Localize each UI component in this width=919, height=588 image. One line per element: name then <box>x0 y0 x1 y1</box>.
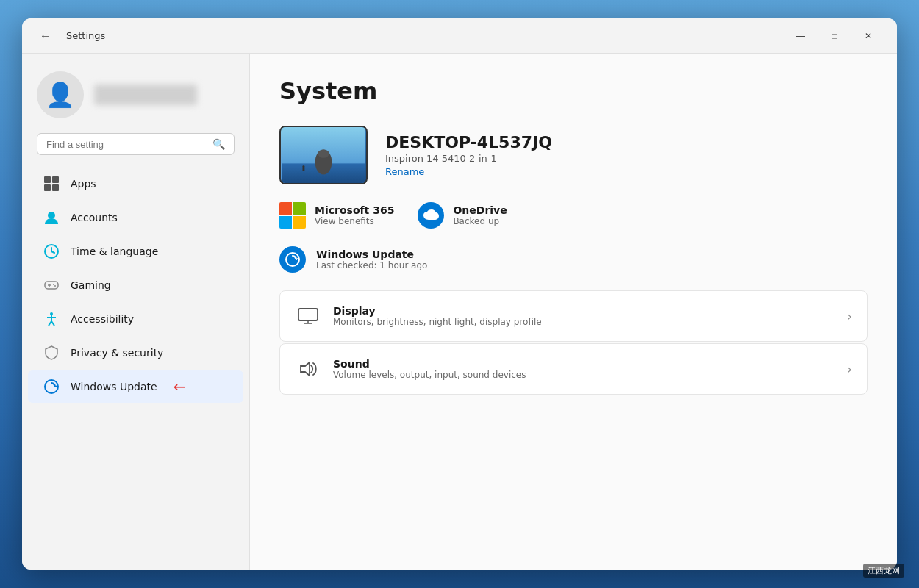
svg-point-11 <box>53 284 54 285</box>
svg-rect-23 <box>303 165 305 171</box>
sidebar-item-gaming-label: Gaming <box>71 279 111 291</box>
svg-line-17 <box>51 321 54 326</box>
sound-title: Sound <box>333 358 526 370</box>
apps-icon <box>43 175 60 193</box>
user-name <box>94 85 197 105</box>
windows-update-icon <box>43 378 60 395</box>
gaming-icon <box>43 276 60 294</box>
sidebar-item-windows-update[interactable]: Windows Update ← <box>28 370 243 403</box>
sidebar-item-apps-label: Apps <box>71 178 96 190</box>
display-chevron: › <box>848 309 852 323</box>
watermark: 江西龙网 <box>863 564 904 578</box>
sound-subtitle: Volume levels, output, input, sound devi… <box>333 370 526 380</box>
svg-point-12 <box>54 285 56 287</box>
titlebar-controls: — □ ✕ <box>784 24 885 48</box>
sound-text: Sound Volume levels, output, input, soun… <box>333 358 526 380</box>
sidebar-item-time-label: Time & language <box>71 245 158 257</box>
sound-icon <box>295 356 321 382</box>
titlebar-title: Settings <box>66 30 105 41</box>
sidebar-item-accounts[interactable]: Accounts <box>28 201 243 234</box>
page-title: System <box>279 77 868 105</box>
windows-update-row-icon <box>279 246 306 273</box>
settings-item-display[interactable]: Display Monitors, brightness, night ligh… <box>279 290 868 342</box>
close-button[interactable]: ✕ <box>851 24 885 48</box>
sound-chevron: › <box>848 362 852 376</box>
display-text: Display Monitors, brightness, night ligh… <box>333 305 542 327</box>
arrow-indicator: ← <box>174 378 186 395</box>
display-title: Display <box>333 305 542 317</box>
microsoft-365-icon <box>279 202 306 229</box>
device-model: Inspiron 14 5410 2-in-1 <box>385 153 552 164</box>
avatar: 👤 <box>37 71 84 118</box>
rename-link[interactable]: Rename <box>385 166 424 177</box>
onedrive-title: OneDrive <box>453 204 507 216</box>
user-section: 👤 <box>22 65 249 133</box>
sidebar-item-privacy-security[interactable]: Privacy & security <box>28 337 243 369</box>
minimize-button[interactable]: — <box>784 24 818 48</box>
search-icon: 🔍 <box>212 138 225 150</box>
sidebar: 👤 🔍 Apps <box>22 54 250 570</box>
quick-actions: Microsoft 365 View benefits OneDrive Bac… <box>279 202 868 229</box>
onedrive-subtitle: Backed up <box>453 216 507 226</box>
back-button[interactable]: ← <box>34 24 57 48</box>
svg-rect-3 <box>52 184 59 191</box>
person-icon: 👤 <box>46 81 75 109</box>
device-info: DESKTOP-4L537JQ Inspiron 14 5410 2-in-1 … <box>385 133 552 178</box>
onedrive-text: OneDrive Backed up <box>453 204 507 226</box>
content-area: 👤 🔍 Apps <box>22 54 897 570</box>
sidebar-item-privacy-label: Privacy & security <box>71 347 163 359</box>
microsoft-365-text: Microsoft 365 View benefits <box>315 204 394 226</box>
titlebar-left: ← Settings <box>34 24 105 48</box>
device-thumbnail <box>279 126 368 184</box>
svg-rect-2 <box>44 184 51 191</box>
sidebar-item-apps[interactable]: Apps <box>28 168 243 200</box>
svg-rect-1 <box>52 176 59 183</box>
accounts-icon <box>43 209 60 226</box>
svg-rect-8 <box>45 282 58 289</box>
sidebar-item-windows-update-label: Windows Update <box>71 381 157 392</box>
settings-list: Display Monitors, brightness, night ligh… <box>279 290 868 395</box>
windows-update-info: Windows Update Last checked: 1 hour ago <box>316 248 427 270</box>
windows-update-subtitle: Last checked: 1 hour ago <box>316 260 427 270</box>
sidebar-item-time-language[interactable]: Time & language <box>28 235 243 268</box>
onedrive-icon <box>418 202 444 229</box>
display-icon <box>295 303 321 329</box>
search-box[interactable]: 🔍 <box>37 133 235 155</box>
settings-window: ← Settings — □ ✕ 👤 🔍 <box>22 18 897 570</box>
svg-point-13 <box>50 312 53 315</box>
sidebar-item-gaming[interactable]: Gaming <box>28 269 243 301</box>
microsoft-365-subtitle: View benefits <box>315 216 394 226</box>
sidebar-item-accessibility-label: Accessibility <box>71 313 134 325</box>
svg-marker-28 <box>301 362 310 376</box>
display-subtitle: Monitors, brightness, night light, displ… <box>333 317 542 327</box>
svg-point-22 <box>318 149 329 157</box>
accessibility-icon <box>43 310 60 328</box>
device-card: DESKTOP-4L537JQ Inspiron 14 5410 2-in-1 … <box>279 126 868 184</box>
onedrive-action[interactable]: OneDrive Backed up <box>418 202 507 229</box>
svg-rect-0 <box>44 176 51 183</box>
device-name: DESKTOP-4L537JQ <box>385 133 552 151</box>
search-input[interactable] <box>46 139 207 150</box>
settings-item-sound[interactable]: Sound Volume levels, output, input, soun… <box>279 343 868 395</box>
windows-update-row[interactable]: Windows Update Last checked: 1 hour ago <box>279 246 868 273</box>
microsoft-365-action[interactable]: Microsoft 365 View benefits <box>279 202 394 229</box>
svg-point-4 <box>48 212 55 219</box>
time-icon <box>43 243 60 260</box>
svg-rect-25 <box>298 309 318 320</box>
maximize-button[interactable]: □ <box>818 24 851 48</box>
svg-line-7 <box>51 251 54 253</box>
windows-update-title: Windows Update <box>316 248 427 260</box>
sidebar-item-accounts-label: Accounts <box>71 212 118 223</box>
privacy-icon <box>43 344 60 362</box>
sidebar-item-accessibility[interactable]: Accessibility <box>28 303 243 335</box>
microsoft-365-title: Microsoft 365 <box>315 204 394 216</box>
main-content: System <box>250 54 897 570</box>
titlebar: ← Settings — □ ✕ <box>22 18 897 54</box>
